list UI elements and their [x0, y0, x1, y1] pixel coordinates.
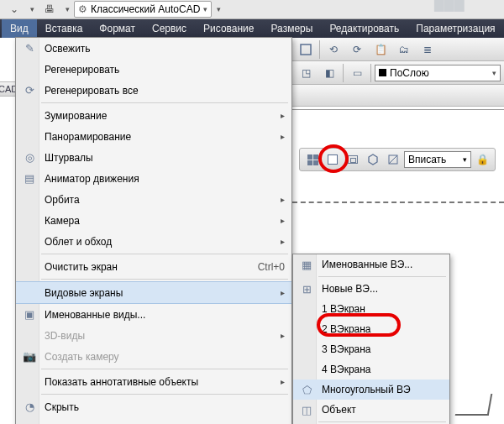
- menu-item-hide[interactable]: ◔Скрыть: [16, 396, 291, 417]
- hide-icon: ◔: [21, 399, 38, 416]
- menu-format[interactable]: Формат: [91, 19, 144, 38]
- chevron-down-icon: ▾: [463, 155, 467, 164]
- tool-icon-7[interactable]: ◳: [296, 63, 316, 83]
- named-vp-icon: ▦: [298, 256, 315, 273]
- menu-bar: Вид Вставка Формат Сервис Рисование Разм…: [0, 19, 504, 38]
- menu-dimension[interactable]: Размеры: [263, 19, 322, 38]
- tool-icon-5[interactable]: 🗂: [394, 39, 414, 60]
- new-vp-icon: ⊞: [298, 280, 315, 297]
- menu-view[interactable]: Вид: [2, 19, 37, 38]
- separator: [41, 279, 288, 280]
- menu-parametric[interactable]: Параметризация: [407, 19, 503, 38]
- viewports-submenu: ▦Именованные ВЭ... ⊞Новые ВЭ... 1 ВЭкран…: [292, 254, 450, 424]
- ws-overflow-icon[interactable]: ▾: [213, 1, 223, 18]
- separator: [318, 421, 446, 422]
- submenu-new-vp[interactable]: ⊞Новые ВЭ...: [293, 279, 449, 299]
- viewport-scale-combo[interactable]: Вписать ▾: [404, 151, 471, 168]
- menu-item-regen[interactable]: Регенерировать: [16, 59, 291, 80]
- menu-item-regen-all[interactable]: ⟳Регенерировать все: [16, 80, 291, 101]
- menu-item-zoom[interactable]: Зумирование: [16, 105, 291, 126]
- menu-item-steering-wheels[interactable]: ◎Штурвалы: [16, 147, 291, 168]
- submenu-3-viewports[interactable]: 3 ВЭкрана: [293, 339, 449, 359]
- menu-item-pan[interactable]: Панорамирование: [16, 126, 291, 147]
- annotation-circle: [318, 144, 349, 173]
- qat-arrow-icon[interactable]: ▾: [27, 1, 37, 18]
- viewport-scale-label: Вписать: [408, 154, 446, 165]
- workspace-label: Классический AutoCAD: [91, 3, 200, 15]
- menu-item-motion[interactable]: ▤Аниматор движения: [16, 168, 291, 189]
- separator: [41, 254, 288, 254]
- wheel-icon: ◎: [21, 149, 38, 166]
- film-icon: ▤: [21, 170, 38, 187]
- chevron-down-icon: ▾: [492, 69, 496, 77]
- regen-icon: ⟳: [21, 82, 38, 99]
- menu-modify[interactable]: Редактировать: [321, 19, 407, 38]
- svg-marker-1: [369, 154, 377, 165]
- vp-convert-icon[interactable]: [384, 150, 402, 169]
- camera-icon: 📷: [21, 348, 38, 365]
- svg-line-3: [389, 155, 397, 164]
- tool-icon-1[interactable]: [296, 39, 316, 60]
- pencil-icon: ✎: [21, 40, 38, 57]
- watermark: ▮▮▮: [432, 0, 462, 15]
- annotation-circle: [317, 313, 401, 337]
- submenu-named-vp[interactable]: ▦Именованные ВЭ...: [293, 254, 449, 275]
- chevron-down-icon: ▾: [203, 5, 207, 13]
- tool-icon-3[interactable]: ⟳: [347, 39, 367, 60]
- toolbar-area: ⟲ ⟳ 📋 🗂 ≣ ◳ ◧ ▭ ПоСлою ▾: [292, 38, 504, 107]
- print-icon[interactable]: 🖶: [39, 1, 60, 18]
- separator: [318, 276, 446, 277]
- menu-item-walkfly[interactable]: Облет и обход: [16, 231, 291, 252]
- menu-item-3dviews[interactable]: 3D-виды: [16, 325, 291, 346]
- menu-insert[interactable]: Вставка: [37, 19, 92, 38]
- separator: [343, 64, 344, 82]
- menu-item-refresh[interactable]: ✎Освежить: [16, 38, 291, 59]
- layer-combo[interactable]: ПоСлою ▾: [375, 65, 501, 81]
- color-swatch-icon: [379, 69, 386, 76]
- tool-icon-4[interactable]: 📋: [370, 39, 391, 60]
- polygon-icon: ⬠: [298, 381, 315, 398]
- gear-icon: ⚙: [78, 3, 87, 15]
- tool-icon-6[interactable]: ≣: [417, 39, 438, 60]
- paper-corner: [455, 394, 493, 416]
- separator: [41, 102, 288, 103]
- menu-tools[interactable]: Сервис: [144, 19, 195, 38]
- menu-item-orbit[interactable]: Орбита: [16, 189, 291, 210]
- vp-poly-icon[interactable]: [364, 150, 382, 169]
- qat-arrow2-icon[interactable]: ▾: [62, 1, 72, 18]
- tool-icon-2[interactable]: ⟲: [323, 39, 344, 60]
- submenu-polygonal-vp[interactable]: ⬠Многоугольный ВЭ: [293, 380, 449, 400]
- separator: [370, 64, 371, 82]
- svg-rect-0: [301, 44, 311, 55]
- separator: [41, 369, 288, 369]
- menu-item-visual-styles[interactable]: Визуальные стили: [16, 417, 291, 424]
- viewport-toolbar: Вписать ▾ 🔒: [299, 148, 496, 171]
- menu-item-annotative[interactable]: Показать аннотативные объекты: [16, 371, 291, 392]
- separator: [319, 40, 320, 59]
- object-icon: ◫: [298, 401, 315, 418]
- menu-item-camera[interactable]: Камера: [16, 210, 291, 231]
- vp-lock-icon[interactable]: 🔒: [473, 150, 491, 169]
- tool-icon-9[interactable]: ▭: [347, 63, 367, 83]
- layer-label: ПоСлою: [390, 67, 489, 79]
- margin-line: [292, 202, 504, 203]
- view-menu-dropdown: ✎Освежить Регенерировать ⟳Регенерировать…: [15, 37, 292, 424]
- quick-access-toolbar: ⌄ ▾ 🖶 ▾ ⚙ Классический AutoCAD ▾ ▾: [0, 0, 504, 19]
- view-icon: ▣: [21, 306, 38, 323]
- submenu-object[interactable]: ◫Объект: [293, 400, 449, 420]
- menu-item-named-views[interactable]: ▣Именованные виды...: [16, 304, 291, 325]
- workspace-combo[interactable]: ⚙ Классический AutoCAD ▾: [74, 1, 212, 18]
- qat-dropdown-icon[interactable]: ⌄: [3, 1, 25, 18]
- menu-item-viewports[interactable]: Видовые экраны: [16, 281, 291, 304]
- menu-item-create-camera[interactable]: 📷Создать камеру: [16, 346, 291, 367]
- submenu-4-viewports[interactable]: 4 ВЭкрана: [293, 359, 449, 380]
- tool-icon-8[interactable]: ◧: [319, 63, 339, 83]
- menu-item-clean-screen[interactable]: Очистить экранCtrl+0: [16, 256, 291, 277]
- menu-draw[interactable]: Рисование: [195, 19, 262, 38]
- separator: [41, 394, 288, 395]
- shortcut-label: Ctrl+0: [258, 261, 285, 273]
